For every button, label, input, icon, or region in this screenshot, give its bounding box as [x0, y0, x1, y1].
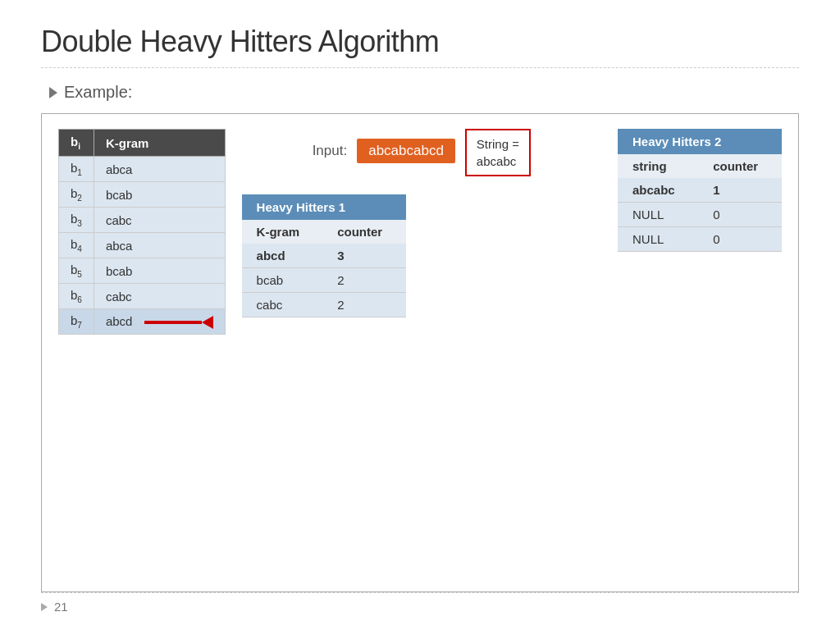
bi-cell: b4	[59, 233, 94, 258]
hh2-row-1: abcabc 1	[618, 178, 782, 203]
table-row: b3 cabc	[59, 208, 226, 233]
hh1-col1-header: K-gram	[242, 220, 323, 244]
kgram-cell: cabc	[94, 284, 225, 309]
kgram-cell: bcab	[94, 182, 225, 208]
hh2-row-2: NULL 0	[618, 203, 782, 227]
kgram-col-header: K-gram	[94, 130, 225, 157]
hh2-string-2: NULL	[618, 203, 698, 227]
hh1-row-2: bcab 2	[242, 268, 406, 293]
hh2-table: Heavy Hitters 2 string counter abcabc 1 …	[618, 129, 782, 252]
footer: 21	[41, 593, 799, 614]
example-label: Example:	[41, 83, 799, 102]
middle-section: Input: abcabcabcd String = abcabc Heavy …	[242, 129, 601, 317]
input-value: abcabcabcd	[357, 139, 455, 163]
hh1-counter-3: 2	[322, 293, 405, 317]
hh2-col2-header: counter	[698, 154, 782, 178]
bi-cell: b5	[59, 258, 94, 284]
bi-col-header: bi	[59, 130, 94, 157]
hh2-counter-1: 1	[698, 178, 782, 203]
footer-arrow-icon	[41, 603, 48, 611]
bi-cell: b1	[59, 157, 94, 182]
hh1-counter-2: 2	[322, 268, 405, 293]
hh1-kgram-2: bcab	[242, 268, 323, 293]
string-box-line1: String =	[477, 137, 519, 151]
hh2-counter-2: 0	[698, 203, 782, 227]
bi-cell-b7: b7	[59, 309, 94, 335]
bi-kgram-section: bi K-gram b1 abca b2 bcab b3 cab	[58, 129, 226, 335]
bi-cell: b6	[59, 284, 94, 309]
hh1-table: Heavy Hitters 1 K-gram counter abcd 3 bc…	[242, 194, 406, 317]
example-text: Example:	[64, 83, 132, 102]
main-content-box: bi K-gram b1 abca b2 bcab b3 cab	[41, 113, 799, 592]
hh1-kgram-3: cabc	[242, 293, 323, 317]
hh1-row-1: abcd 3	[242, 244, 406, 268]
right-section: Heavy Hitters 2 string counter abcabc 1 …	[618, 129, 782, 252]
input-label: Input:	[313, 143, 348, 159]
hh2-string-3: NULL	[618, 227, 698, 252]
kgram-cell: cabc	[94, 208, 225, 233]
string-box: String = abcabc	[465, 129, 531, 176]
red-arrow-icon	[144, 314, 213, 329]
title-divider	[41, 67, 799, 68]
page-title: Double Heavy Hitters Algorithm	[41, 25, 799, 59]
bi-table: bi K-gram b1 abca b2 bcab b3 cab	[58, 129, 226, 335]
hh2-title: Heavy Hitters 2	[618, 129, 782, 154]
table-row-b7: b7 abcd	[59, 309, 226, 335]
hh1-col2-header: counter	[322, 220, 405, 244]
bi-cell: b3	[59, 208, 94, 233]
hh1-row-3: cabc 2	[242, 293, 406, 317]
kgram-cell: bcab	[94, 258, 225, 284]
table-row: b5 bcab	[59, 258, 226, 284]
string-box-line2: abcabc	[477, 154, 516, 168]
table-row: b1 abca	[59, 157, 226, 182]
hh2-col1-header: string	[618, 154, 698, 178]
kgram-cell-b7: abcd	[94, 309, 225, 335]
hh1-title: Heavy Hitters 1	[242, 194, 406, 220]
table-row: b6 cabc	[59, 284, 226, 309]
page-number: 21	[54, 600, 68, 614]
hh1-counter-1: 3	[322, 244, 405, 268]
table-row: b4 abca	[59, 233, 226, 258]
example-arrow-icon	[49, 87, 57, 98]
kgram-cell: abca	[94, 233, 225, 258]
bi-cell: b2	[59, 182, 94, 208]
hh2-row-3: NULL 0	[618, 227, 782, 252]
hh2-counter-3: 0	[698, 227, 782, 252]
hh2-string-1: abcabc	[618, 178, 698, 203]
slide: Double Heavy Hitters Algorithm Example: …	[0, 0, 840, 630]
table-row: b2 bcab	[59, 182, 226, 208]
input-row: Input: abcabcabcd	[313, 139, 455, 163]
hh1-kgram-1: abcd	[242, 244, 323, 268]
kgram-cell: abca	[94, 157, 225, 182]
